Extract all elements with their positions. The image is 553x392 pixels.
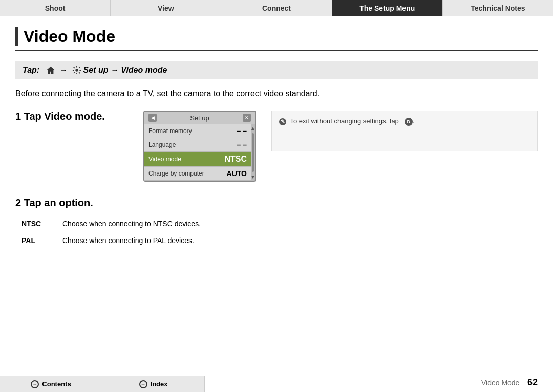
nav-technical-notes[interactable]: Technical Notes [443,0,553,16]
tap-instruction-banner: Tap: → Set up → Video mode [15,61,538,79]
camera-screen-header: ◀ Set up ✕ [144,112,255,124]
language-label: Language [148,141,176,148]
table-row-pal: PAL Choose when connecting to PAL device… [15,232,538,249]
page-title: Video Mode [24,27,115,46]
step1-heading: 1 Tap Video mode. [15,111,128,122]
step1-left: 1 Tap Video mode. [15,111,128,127]
bottom-nav-spacer [205,376,553,392]
camera-menu-format: Format memory – – [144,124,251,138]
contents-arrow-icon: → [31,380,39,388]
title-bar-accent [15,27,18,46]
note-text: To exit without changing settings, tap [290,117,398,125]
options-table: NTSC Choose when connecting to NTSC devi… [15,215,538,249]
index-label: Index [151,380,168,388]
camera-menu-language: Language – – [144,138,251,152]
main-content: Video Mode Tap: → Set up → Video mode Be… [0,16,553,270]
description-text: Before connecting the camera to a TV, se… [15,89,538,98]
charge-label: Charge by computer [148,170,204,177]
camera-screen-title: Set up [157,114,243,122]
nav-connect[interactable]: Connect [221,0,332,16]
note-icon: ✎ [279,118,286,125]
top-navigation: Shoot View Connect The Setup Menu Techni… [0,0,553,16]
camera-menu-charge: Charge by computer AUTO [144,167,251,181]
svg-point-0 [75,69,78,71]
format-label: Format memory [148,127,192,135]
language-value: – – [237,141,247,149]
camera-menu-rows: Format memory – – Language – – Video mod… [144,124,255,181]
pal-key: PAL [15,232,56,249]
home-icon [46,66,55,75]
bottom-navigation: → Contents → Index [0,376,553,392]
video-mode-label: Video mode [148,156,181,163]
d-button-icon: D [405,118,413,126]
camera-close-btn: ✕ [243,114,251,122]
nav-setup-menu[interactable]: The Setup Menu [332,0,443,16]
camera-menu-video-mode: Video mode NTSC [144,152,251,167]
tap-label: Tap: [23,66,39,75]
contents-label: Contents [42,380,71,388]
tap-path: Set up → Video mode [83,66,167,75]
ntsc-key: NTSC [15,215,56,232]
camera-scrollbar: ▲ ▼ [251,124,255,181]
page-title-wrapper: Video Mode [15,27,538,51]
camera-menu-list: Format memory – – Language – – Video mod… [144,124,251,181]
step1-area: 1 Tap Video mode. ◀ Set up ✕ Format memo… [15,111,538,182]
pal-description: Choose when connecting to PAL devices. [56,232,538,249]
video-mode-value: NTSC [224,155,247,164]
arrow-1: → [57,66,70,75]
step2-heading: 2 Tap an option. [15,197,538,209]
table-row-ntsc: NTSC Choose when connecting to NTSC devi… [15,215,538,232]
nav-shoot[interactable]: Shoot [0,0,111,16]
format-value: – – [237,127,247,135]
camera-screen-mockup: ◀ Set up ✕ Format memory – – Language – … [143,111,256,182]
camera-back-btn: ◀ [148,114,157,122]
setup-icon [72,66,81,75]
index-arrow-icon: → [139,380,147,388]
bottom-nav-contents[interactable]: → Contents [0,376,102,392]
charge-value: AUTO [227,169,247,178]
nav-view[interactable]: View [111,0,221,16]
ntsc-description: Choose when connecting to NTSC devices. [56,215,538,232]
note-area: ✎ To exit without changing settings, tap… [271,111,538,151]
bottom-nav-index[interactable]: → Index [102,376,205,392]
